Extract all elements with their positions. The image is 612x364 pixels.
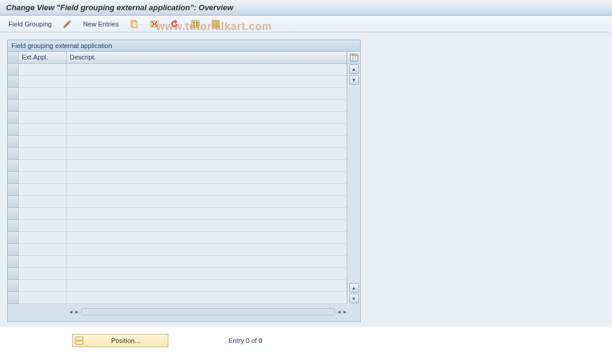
row-header[interactable] [8, 208, 19, 220]
copy-button[interactable] [126, 18, 142, 30]
cell-ext-appl[interactable] [19, 256, 67, 268]
row-header[interactable] [8, 76, 19, 88]
column-area: Ext.Appl. Descript. [19, 52, 347, 304]
table-config-icon [350, 53, 358, 62]
row-header[interactable] [8, 136, 19, 148]
row-headers [8, 52, 19, 304]
select-all-button[interactable] [187, 18, 204, 30]
select-all-icon [191, 19, 200, 29]
field-grouping-button[interactable]: Field Grouping [5, 19, 55, 29]
delete-button[interactable] [146, 18, 163, 30]
cell-descript[interactable] [67, 256, 347, 268]
scroll-down-button[interactable]: ▼ [349, 294, 359, 303]
row-header[interactable] [8, 280, 19, 292]
table-row [19, 208, 347, 220]
cell-descript[interactable] [67, 172, 347, 184]
scroll-left-button[interactable]: ◄ [68, 308, 74, 316]
cell-ext-appl[interactable] [19, 172, 67, 184]
cell-descript[interactable] [67, 280, 347, 292]
edit-button[interactable] [59, 18, 76, 30]
table-row [19, 196, 347, 208]
horizontal-scroll: ◄ ► ◄ ► [8, 306, 360, 317]
cell-ext-appl[interactable] [19, 244, 67, 256]
cell-descript[interactable] [67, 88, 347, 100]
cell-descript[interactable] [67, 100, 347, 112]
cell-ext-appl[interactable] [19, 196, 67, 208]
cell-ext-appl[interactable] [19, 292, 67, 304]
cell-ext-appl[interactable] [19, 124, 67, 136]
cell-descript[interactable] [67, 124, 347, 136]
row-header[interactable] [8, 64, 19, 76]
row-header[interactable] [8, 124, 19, 136]
cell-ext-appl[interactable] [19, 184, 67, 196]
cell-descript[interactable] [67, 148, 347, 160]
row-header[interactable] [8, 88, 19, 100]
cell-ext-appl[interactable] [19, 268, 67, 280]
cell-descript[interactable] [67, 244, 347, 256]
cell-descript[interactable] [67, 232, 347, 244]
cell-descript[interactable] [67, 160, 347, 172]
cell-descript[interactable] [67, 292, 347, 304]
new-entries-button[interactable]: New Entries [79, 19, 122, 29]
cell-ext-appl[interactable] [19, 112, 67, 124]
cell-ext-appl[interactable] [19, 76, 67, 88]
scroll-up-step-button[interactable]: ▼ [349, 75, 359, 85]
scroll-down-step-button[interactable]: ▲ [349, 283, 359, 293]
cell-ext-appl[interactable] [19, 100, 67, 112]
cell-ext-appl[interactable] [19, 280, 67, 292]
scroll-left-step-button[interactable]: ► [74, 308, 80, 316]
deselect-all-icon [211, 19, 221, 29]
row-header[interactable] [8, 100, 19, 112]
cell-descript[interactable] [67, 112, 347, 124]
cell-ext-appl[interactable] [19, 64, 67, 76]
row-header[interactable] [8, 220, 19, 232]
scroll-up-button[interactable]: ▲ [349, 64, 359, 74]
scroll-right-button[interactable]: ► [342, 308, 348, 316]
toolbar: Field Grouping New Entries [0, 16, 612, 32]
deselect-all-button[interactable] [207, 18, 224, 30]
row-header[interactable] [8, 184, 19, 196]
cell-ext-appl[interactable] [19, 220, 67, 232]
row-header[interactable] [8, 256, 19, 268]
col-header-ext-appl[interactable]: Ext.Appl. [19, 52, 67, 64]
scroll-right-step-button[interactable]: ◄ [336, 308, 342, 316]
row-header-corner [8, 52, 19, 64]
cell-ext-appl[interactable] [19, 232, 67, 244]
cell-descript[interactable] [67, 136, 347, 148]
row-header[interactable] [8, 172, 19, 184]
svg-rect-14 [350, 54, 358, 56]
row-header[interactable] [8, 160, 19, 172]
cell-ext-appl[interactable] [19, 136, 67, 148]
row-header[interactable] [8, 232, 19, 244]
col-header-descript[interactable]: Descript. [67, 52, 347, 64]
undo-icon [170, 19, 180, 29]
row-header[interactable] [8, 244, 19, 256]
cell-descript[interactable] [67, 208, 347, 220]
cell-descript[interactable] [67, 76, 347, 88]
column-headers: Ext.Appl. Descript. [19, 52, 347, 64]
row-header[interactable] [8, 292, 19, 304]
cell-descript[interactable] [67, 220, 347, 232]
cell-ext-appl[interactable] [19, 160, 67, 172]
table-row [19, 76, 347, 88]
cell-descript[interactable] [67, 196, 347, 208]
row-header[interactable] [8, 148, 19, 160]
position-button[interactable]: Position... [72, 334, 168, 347]
table-row [19, 232, 347, 244]
table-row [19, 184, 347, 196]
table-row [19, 220, 347, 232]
cell-ext-appl[interactable] [19, 148, 67, 160]
cell-ext-appl[interactable] [19, 88, 67, 100]
row-header[interactable] [8, 196, 19, 208]
table-config-button[interactable] [347, 52, 360, 64]
scroll-track-vertical[interactable] [349, 85, 360, 282]
scroll-track-horizontal[interactable] [81, 308, 335, 315]
cell-descript[interactable] [67, 184, 347, 196]
row-header[interactable] [8, 112, 19, 124]
vertical-scroll: ▲ ▼ ▲ ▼ [347, 52, 360, 304]
cell-ext-appl[interactable] [19, 208, 67, 220]
cell-descript[interactable] [67, 268, 347, 280]
undo-button[interactable] [167, 18, 183, 30]
cell-descript[interactable] [67, 64, 347, 76]
row-header[interactable] [8, 268, 19, 280]
